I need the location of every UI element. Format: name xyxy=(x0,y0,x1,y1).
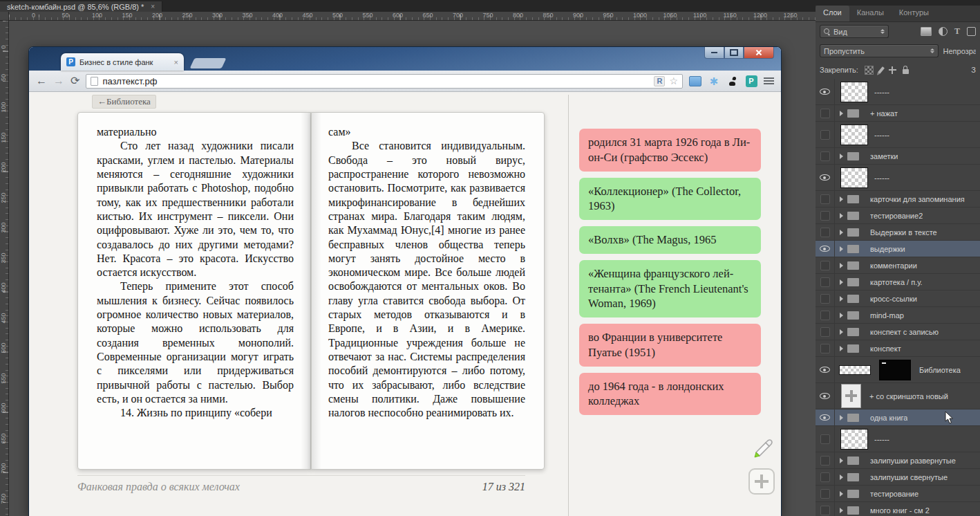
visibility-toggle[interactable] xyxy=(816,274,835,290)
layer-name[interactable]: комментарии xyxy=(870,261,917,270)
layer-row[interactable]: mind-map xyxy=(816,307,980,324)
layer-name[interactable]: Выдержки в тексте xyxy=(870,228,937,237)
layer-name[interactable]: ------ xyxy=(874,131,889,139)
disclosure-triangle-icon[interactable] xyxy=(840,230,843,235)
layer-row-main[interactable]: конспект xyxy=(835,344,980,353)
layer-row-main[interactable]: + со скриншота новый xyxy=(835,384,980,408)
layer-row[interactable]: ------ xyxy=(816,426,980,452)
layer-row[interactable]: Библиотека xyxy=(816,357,980,383)
blend-mode-dropdown[interactable]: Пропустить xyxy=(820,44,939,57)
disclosure-triangle-icon[interactable] xyxy=(840,111,843,116)
annotation-card[interactable]: до 1964 года - в лондонских колледжах xyxy=(579,373,761,416)
visibility-toggle[interactable] xyxy=(816,241,835,257)
layer-row[interactable]: тестирование xyxy=(816,486,980,502)
visibility-toggle[interactable] xyxy=(816,502,835,516)
annotation-card[interactable]: во Франции в университете Пуатье (1951) xyxy=(579,324,761,367)
pixel-filter-icon[interactable] xyxy=(921,27,932,36)
layer-row-main[interactable]: Библиотека xyxy=(835,360,980,380)
disclosure-triangle-icon[interactable] xyxy=(840,196,843,202)
visibility-toggle[interactable] xyxy=(816,291,835,306)
disclosure-triangle-icon[interactable] xyxy=(840,263,843,268)
layer-row-main[interactable]: залипушки развернутые xyxy=(835,457,980,465)
layer-thumbnail[interactable] xyxy=(839,365,871,375)
lock-transparency-icon[interactable] xyxy=(865,66,874,75)
menu-icon[interactable] xyxy=(764,77,774,84)
url-text[interactable]: пазлтекст.рф xyxy=(102,76,650,86)
visibility-toggle[interactable] xyxy=(816,469,835,485)
disclosure-triangle-icon[interactable] xyxy=(840,415,843,421)
bookmark-star-icon[interactable]: ☆ xyxy=(669,76,678,86)
puzzletext-extension-icon[interactable]: P xyxy=(745,75,757,87)
back-icon[interactable]: ← xyxy=(36,75,47,86)
annotation-card[interactable]: родился 31 марта 1926 года в Ли-он-Си (г… xyxy=(579,129,761,172)
maximize-button[interactable] xyxy=(724,47,744,59)
layer-row-main[interactable]: одна книга xyxy=(835,414,980,422)
layer-thumbnail[interactable] xyxy=(840,429,868,450)
layer-row[interactable]: одна книга xyxy=(816,409,980,426)
new-tab-button[interactable] xyxy=(190,58,227,68)
disclosure-triangle-icon[interactable] xyxy=(840,346,843,351)
filter-type-dropdown[interactable]: Вид xyxy=(820,25,889,38)
lock-position-icon[interactable] xyxy=(889,66,896,74)
shape-filter-icon[interactable] xyxy=(967,27,976,36)
layer-row-main[interactable]: ------ xyxy=(835,167,980,188)
layer-name[interactable]: ------ xyxy=(874,88,889,96)
document-tab-close-icon[interactable]: × xyxy=(151,3,155,10)
layer-row-main[interactable]: кросс-ссылки xyxy=(835,295,980,303)
visibility-toggle[interactable] xyxy=(816,383,835,409)
layer-name[interactable]: много книг - см 2 xyxy=(870,506,930,515)
layer-name[interactable]: заметки xyxy=(870,152,898,160)
add-button[interactable] xyxy=(748,468,775,495)
book-page-right[interactable]: сам»Все становится индивидуальным. Свобо… xyxy=(311,112,545,470)
layer-row-main[interactable]: тестирование2 xyxy=(835,212,980,220)
layer-row[interactable]: залипушки свернутые xyxy=(816,469,980,486)
library-back-button[interactable]: ←Библиотека xyxy=(92,95,156,109)
lamp-extension-icon[interactable] xyxy=(726,75,739,87)
layer-row-main[interactable]: выдержки xyxy=(835,245,980,253)
visibility-toggle[interactable] xyxy=(816,122,835,147)
forward-icon[interactable]: → xyxy=(53,75,64,86)
layer-name[interactable]: конспект xyxy=(870,344,901,353)
layer-row[interactable]: ------ xyxy=(816,122,980,148)
browser-tab[interactable]: P Бизнес в стиле фанк × xyxy=(61,53,184,71)
disclosure-triangle-icon[interactable] xyxy=(840,246,843,252)
layer-row[interactable]: комментарии xyxy=(816,257,980,274)
visibility-toggle[interactable] xyxy=(816,426,835,452)
disclosure-triangle-icon[interactable] xyxy=(840,154,843,159)
layer-name[interactable]: картотека / п.у. xyxy=(870,278,923,286)
layer-name[interactable]: залипушки свернутые xyxy=(870,473,948,481)
book-page-left[interactable]: материальноСто лет назад художники писал… xyxy=(77,112,311,470)
visibility-toggle[interactable] xyxy=(816,324,835,340)
layer-name[interactable]: одна книга xyxy=(870,414,907,422)
layer-row-main[interactable]: ------ xyxy=(835,429,980,450)
lock-paint-icon[interactable] xyxy=(878,66,885,74)
reload-icon[interactable]: ⟳ xyxy=(70,75,79,86)
disclosure-triangle-icon[interactable] xyxy=(840,458,843,463)
layer-name[interactable]: + нажат xyxy=(870,109,898,118)
layer-row[interactable]: + со скриншота новый xyxy=(816,383,980,409)
layer-name[interactable]: mind-map xyxy=(870,311,904,320)
visibility-toggle[interactable] xyxy=(816,224,835,240)
layer-row[interactable]: ------ xyxy=(816,79,980,105)
panel-tab[interactable]: Каналы xyxy=(849,6,892,21)
layer-row-main[interactable]: много книг - см 2 xyxy=(835,506,980,515)
layer-row[interactable]: тестирование2 xyxy=(816,208,980,224)
layer-row[interactable]: заметки xyxy=(816,148,980,165)
visibility-toggle[interactable] xyxy=(816,257,835,273)
visibility-toggle[interactable] xyxy=(816,191,835,207)
disclosure-triangle-icon[interactable] xyxy=(840,279,843,285)
visibility-toggle[interactable] xyxy=(816,452,835,468)
disclosure-triangle-icon[interactable] xyxy=(840,508,843,513)
layer-name[interactable]: ------ xyxy=(874,435,889,443)
layer-row[interactable]: картотека / п.у. xyxy=(816,274,980,291)
browser-titlebar[interactable]: P Бизнес в стиле фанк × xyxy=(29,47,781,71)
annotation-card[interactable]: «Волхв» (The Magus, 1965 xyxy=(579,226,761,254)
layer-row-main[interactable]: комментарии xyxy=(835,261,980,270)
layer-row[interactable]: + нажат xyxy=(816,105,980,122)
disclosure-triangle-icon[interactable] xyxy=(840,213,843,219)
layer-row-main[interactable]: заметки xyxy=(835,152,980,160)
layer-name[interactable]: выдержки xyxy=(870,245,905,253)
pencil-tool-icon[interactable] xyxy=(749,434,777,462)
disclosure-triangle-icon[interactable] xyxy=(840,296,843,302)
minimize-button[interactable] xyxy=(704,47,724,59)
